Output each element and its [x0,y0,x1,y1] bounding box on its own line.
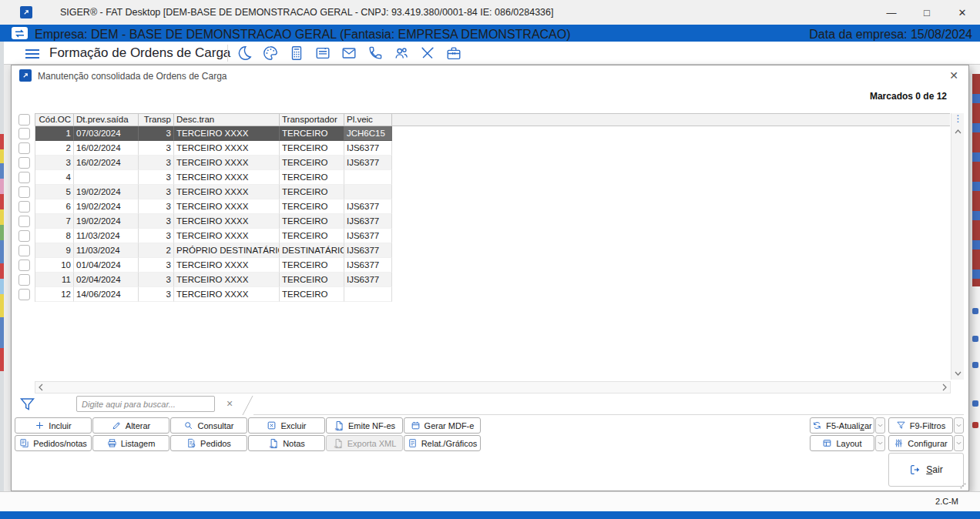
cell-pl: IJS6377 [344,273,392,287]
cell-tr: TERCEIRO [280,170,344,185]
svg-text:NF-E: NF-E [270,445,277,449]
row-checkbox[interactable] [18,172,30,183]
scroll-down-icon[interactable] [953,368,963,378]
column-header-cod-oc[interactable]: Cód.OC [35,114,74,126]
calculator-icon[interactable] [288,45,305,62]
row-checkbox[interactable] [18,216,30,227]
dialog-close-icon[interactable]: ✕ [945,68,962,83]
gerar-mdfe-button[interactable]: Gerar MDF-e [404,417,481,434]
table-row[interactable]: 216/02/20243TERCEIRO XXXXTERCEIROIJS6377 [12,141,967,156]
row-checkbox[interactable] [18,201,30,213]
table-header: Cód.OC Dt.prev.saída Transp Desc.tran Tr… [35,113,950,126]
f5-atualizar-button[interactable]: F5-Atualizar [810,417,874,434]
scroll-up-icon[interactable] [953,126,963,136]
row-checkbox[interactable] [18,142,30,154]
configurar-dropdown[interactable] [954,435,964,451]
close-button[interactable]: ✕ [945,0,980,25]
cell-tr: TERCEIRO [280,156,344,170]
horizontal-scrollbar[interactable] [35,381,951,393]
table-row[interactable]: 811/03/20243TERCEIRO XXXXTERCEIROIJS6377 [12,229,967,243]
scroll-left-icon[interactable] [39,383,43,391]
column-header-transportador[interactable]: Transportador [280,114,344,126]
table-row[interactable]: 1214/06/20243TERCEIRO XXXXTERCEIRO [12,287,967,302]
background-mark [972,422,978,428]
configurar-button[interactable]: Configurar [888,435,953,451]
table-row[interactable]: 43TERCEIRO XXXXTERCEIRO [12,170,967,185]
cell-desc: TERCEIRO XXXX [174,258,280,273]
cell-dt: 19/02/2024 [74,199,139,214]
alterar-label: Alterar [126,421,150,430]
column-header-pl-veic[interactable]: Pl.veic [344,114,392,126]
table-row[interactable]: 1001/04/20243TERCEIRO XXXXTERCEIROIJS637… [12,258,967,273]
cell-pl [344,170,392,185]
search-input[interactable] [76,396,215,412]
palette-icon[interactable] [262,45,279,62]
row-checkbox[interactable] [18,274,30,286]
users-icon[interactable] [393,45,410,62]
table-row[interactable]: 519/02/20243TERCEIRO XXXXTERCEIRO [12,185,967,199]
card-icon[interactable] [314,45,331,62]
incluir-button[interactable]: Incluir [15,417,92,434]
table-row[interactable]: 719/02/20243TERCEIRO XXXXTERCEIROIJS6377 [12,214,967,229]
row-checkbox[interactable] [18,260,30,271]
moon-icon[interactable] [236,45,253,62]
resize-grip[interactable] [960,483,966,489]
company-name: Empresa: DEM - BASE DE DEMONSTRACAO GERA… [35,28,571,42]
row-checkbox[interactable] [18,230,30,242]
table-row[interactable]: 107/03/20243TERCEIRO XXXXTERCEIROJCH6C15 [12,126,967,141]
row-checkbox[interactable] [18,128,30,139]
cell-cod: 2 [35,141,74,156]
minimize-button[interactable]: — [874,0,909,25]
phone-icon[interactable] [367,45,384,62]
emite-nfes-button[interactable]: NF-E Emite NF-es [326,417,403,434]
relat-graficos-button[interactable]: Relat./Gráficos [404,435,481,451]
vertical-scrollbar[interactable]: ⋮ [951,113,964,380]
f9-filtros-dropdown[interactable] [954,417,964,434]
scroll-right-icon[interactable] [942,383,947,391]
listagem-button[interactable]: Listagem [92,435,169,451]
table-row[interactable]: 619/02/20243TERCEIRO XXXXTERCEIROIJS6377 [12,199,967,214]
table-row[interactable]: 911/03/20242PRÓPRIO DESTINATÁRIODESTINAT… [12,243,967,258]
layout-button[interactable]: Layout [810,435,874,451]
sair-button[interactable]: Sair [888,453,964,487]
mail-icon[interactable] [341,45,357,62]
menu-icon[interactable] [23,45,42,62]
pedidos-button[interactable]: Pedidos [170,435,247,451]
table-row[interactable]: 1102/04/20243TERCEIRO XXXXTERCEIROIJS637… [12,273,967,287]
row-checkbox[interactable] [18,157,30,169]
row-checkbox[interactable] [18,289,30,300]
page-title: Formação de Ordens de Carga [49,45,230,61]
pedidos-notas-button[interactable]: Pedidos/notas [15,435,92,451]
alterar-button[interactable]: Alterar [92,417,169,434]
column-header-dt-prev-saida[interactable]: Dt.prev.saída [74,114,139,126]
table-row[interactable]: 316/02/20243TERCEIRO XXXXTERCEIROIJS6377 [12,156,967,170]
configurar-label: Configurar [908,439,947,448]
column-header-desc-tran[interactable]: Desc.tran [174,114,280,126]
excluir-button[interactable]: Excluir [248,417,325,434]
select-all-checkbox[interactable] [18,114,30,126]
tools-icon[interactable] [419,45,436,62]
row-checkbox[interactable] [18,186,30,198]
row-checkbox[interactable] [18,245,30,256]
cell-cod: 5 [35,185,74,199]
cell-desc: TERCEIRO XXXX [174,170,280,185]
maximize-button[interactable]: □ [909,0,945,25]
column-header-transp[interactable]: Transp [139,114,174,126]
layout-dropdown[interactable] [875,435,885,451]
toolbox-icon[interactable] [445,45,462,62]
cell-dt: 11/03/2024 [74,243,139,258]
filter-funnel-icon[interactable] [19,397,35,413]
gerar-mdfe-label: Gerar MDF-e [425,421,475,430]
company-switch-icon[interactable] [12,27,28,39]
relat-graficos-label: Relat./Gráficos [421,439,478,448]
notas-button[interactable]: NF-E Notas [248,435,325,451]
f9-filtros-button[interactable]: F9-Filtros [888,417,953,434]
clear-search-icon[interactable]: × [223,397,237,410]
grid-menu-icon[interactable]: ⋮ [951,113,965,124]
f5-atualizar-dropdown[interactable] [875,417,885,434]
consultar-button[interactable]: Consultar [170,417,247,434]
cell-transp: 2 [139,243,174,258]
cell-transp: 3 [139,229,174,243]
exporta-xml-button[interactable]: NF-E Exporta XML [326,435,403,451]
cell-cod: 3 [35,156,74,170]
